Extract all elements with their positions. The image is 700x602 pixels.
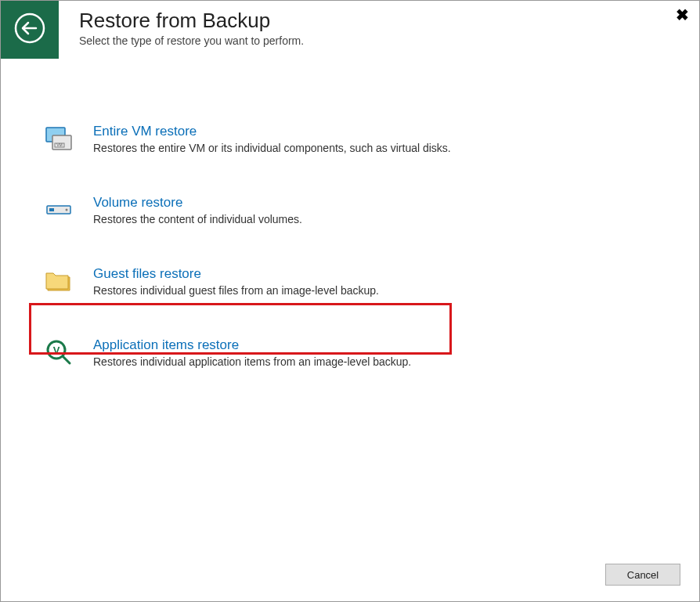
option-desc: Restores individual application items fr…: [93, 355, 411, 369]
close-icon: ✖: [676, 5, 689, 24]
option-text: Entire VM restore Restores the entire VM…: [93, 123, 451, 155]
vm-icon: VM: [41, 124, 76, 153]
svg-text:V: V: [53, 344, 60, 356]
page-title: Restore from Backup: [79, 9, 660, 33]
option-desc: Restores the content of individual volum…: [93, 212, 302, 226]
wizard-header: Restore from Backup Select the type of r…: [79, 9, 660, 47]
option-text: Volume restore Restores the content of i…: [93, 194, 302, 226]
option-desc: Restores the entire VM or its individual…: [93, 141, 451, 155]
arrow-left-icon: [13, 12, 46, 48]
option-application-items-restore[interactable]: V Application items restore Restores ind…: [37, 332, 676, 375]
svg-point-8: [66, 209, 68, 211]
option-text: Guest files restore Restores individual …: [93, 265, 379, 297]
svg-line-10: [63, 356, 70, 363]
cancel-button[interactable]: Cancel: [605, 564, 680, 586]
option-desc: Restores individual guest files from an …: [93, 283, 379, 297]
option-volume-restore[interactable]: Volume restore Restores the content of i…: [37, 189, 676, 233]
restore-options-list: VM Entire VM restore Restores the entire…: [37, 118, 676, 403]
option-text: Application items restore Restores indiv…: [93, 337, 411, 369]
magnifier-v-icon: V: [41, 338, 76, 366]
close-button[interactable]: ✖: [671, 4, 693, 26]
svg-rect-7: [49, 208, 54, 211]
option-title: Entire VM restore: [93, 123, 451, 140]
folder-icon: [41, 267, 76, 295]
svg-text:VM: VM: [56, 142, 63, 147]
volume-icon: [41, 196, 76, 224]
restore-wizard-window: Restore from Backup Select the type of r…: [0, 0, 700, 602]
option-title: Application items restore: [93, 337, 411, 354]
page-subtitle: Select the type of restore you want to p…: [79, 34, 660, 47]
option-guest-files-restore[interactable]: Guest files restore Restores individual …: [37, 261, 676, 304]
footer: Cancel: [605, 564, 680, 586]
option-entire-vm-restore[interactable]: VM Entire VM restore Restores the entire…: [37, 118, 676, 161]
option-title: Volume restore: [93, 194, 302, 211]
back-button[interactable]: [1, 1, 59, 59]
option-title: Guest files restore: [93, 265, 379, 283]
